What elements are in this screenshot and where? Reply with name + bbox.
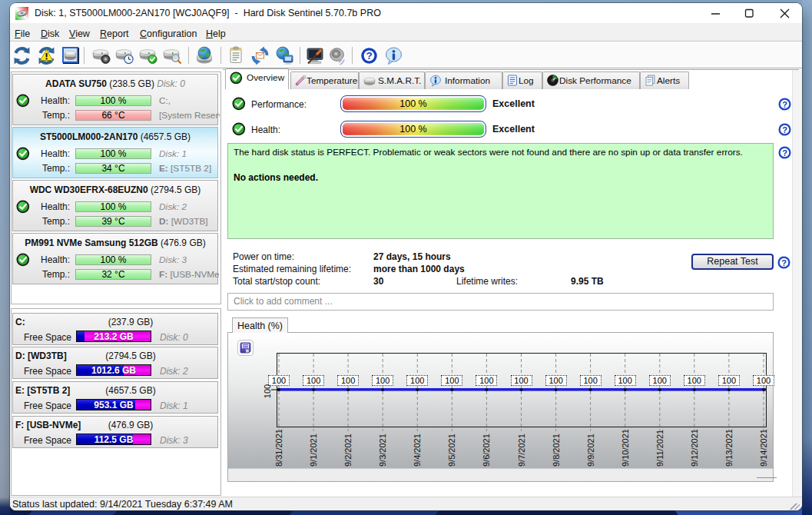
svg-text:?: ? bbox=[782, 148, 787, 158]
svg-text:?: ? bbox=[781, 258, 787, 267]
svg-text:?: ? bbox=[782, 125, 787, 135]
svg-text:?: ? bbox=[782, 100, 787, 109]
svg-text:?: ? bbox=[366, 50, 372, 61]
